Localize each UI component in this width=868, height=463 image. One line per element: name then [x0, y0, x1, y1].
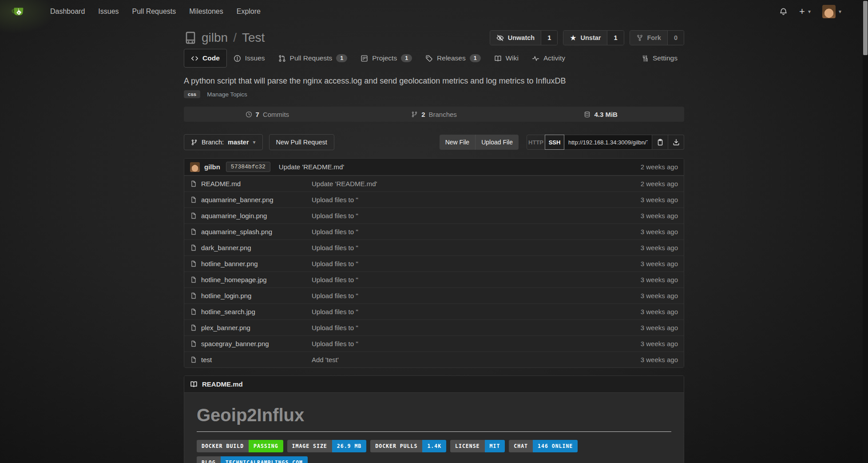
file-link[interactable]: hotline_banner.png — [201, 260, 258, 267]
tab-activity[interactable]: Activity — [525, 49, 572, 67]
latest-commit-row: gilbn 57384bfc32 Update 'README.md' 2 we… — [184, 159, 684, 176]
commit-hash-link[interactable]: 57384bfc32 — [226, 162, 270, 172]
file-commit-message-link[interactable]: Upload files to '' — [312, 276, 602, 283]
unwatch-button[interactable]: Unwatch — [490, 31, 541, 45]
file-link[interactable]: README.md — [201, 180, 241, 188]
file-age: 3 weeks ago — [602, 324, 678, 331]
file-icon — [190, 228, 197, 235]
table-row: hotline_homepage.jpg Upload files to '' … — [184, 271, 684, 287]
tab-code[interactable]: Code — [184, 49, 227, 68]
scrollbar-track[interactable] — [863, 0, 868, 463]
ssh-protocol-button[interactable]: SSH — [545, 135, 564, 150]
clipboard-icon — [657, 139, 664, 146]
tab-settings[interactable]: Settings — [634, 49, 684, 67]
file-commit-message-link[interactable]: Upload files to '' — [312, 324, 602, 331]
file-link[interactable]: plex_banner.png — [201, 324, 250, 331]
file-link[interactable]: aquamarine_login.png — [201, 212, 267, 220]
badge-value: 146 ONLINE — [533, 440, 578, 452]
fork-button[interactable]: Fork — [630, 31, 667, 45]
file-commit-message-link[interactable]: Upload files to '' — [312, 244, 602, 251]
tab-pull-requests[interactable]: Pull Requests 1 — [272, 49, 354, 67]
file-commit-message-link[interactable]: Upload files to '' — [312, 292, 602, 299]
badge-label: LICENSE — [450, 440, 484, 452]
readme-badge[interactable]: LICENSE MIT — [450, 440, 505, 452]
commits-stat[interactable]: 7Commits — [184, 107, 351, 122]
avatar[interactable] — [190, 162, 200, 172]
file-name-cell: hotline_login.png — [190, 292, 312, 299]
file-link[interactable]: test — [201, 356, 212, 363]
nav-pull-requests[interactable]: Pull Requests — [126, 0, 183, 23]
file-link[interactable]: hotline_homepage.jpg — [201, 276, 267, 283]
file-commit-message-link[interactable]: Update 'README.md' — [312, 180, 602, 188]
git-branch-icon — [191, 139, 198, 146]
readme-filename: README.md — [202, 380, 243, 388]
file-name-cell: aquamarine_splash.png — [190, 228, 312, 235]
badge-label: CHAT — [509, 440, 533, 452]
fork-count[interactable]: 0 — [667, 31, 684, 45]
file-commit-message-link[interactable]: Upload files to '' — [312, 212, 602, 220]
notifications-bell-icon[interactable] — [779, 8, 788, 16]
readme-badge[interactable]: DOCKER BUILD PASSING — [197, 440, 283, 452]
tab-wiki[interactable]: Wiki — [488, 49, 525, 67]
table-row: hotline_banner.png Upload files to '' 3 … — [184, 255, 684, 271]
new-file-button[interactable]: New File — [440, 135, 475, 150]
tab-projects[interactable]: Projects 1 — [354, 49, 419, 67]
file-icon — [190, 324, 197, 331]
file-name-cell: aquamarine_banner.png — [190, 196, 312, 204]
file-age: 3 weeks ago — [602, 292, 678, 299]
user-menu[interactable]: ▾ — [822, 5, 841, 18]
commit-message-link[interactable]: Update 'README.md' — [279, 163, 344, 171]
readme-badge[interactable]: DOCKER PULLS 1.4K — [370, 440, 446, 452]
file-commit-message-link[interactable]: Upload files to '' — [312, 308, 602, 315]
file-link[interactable]: hotline_search.jpg — [201, 308, 255, 315]
clone-url-input[interactable] — [564, 135, 652, 150]
file-link[interactable]: aquamarine_banner.png — [201, 196, 273, 204]
scrollbar-thumb[interactable] — [863, 1, 868, 55]
file-commit-message-link[interactable]: Upload files to '' — [312, 340, 602, 347]
repo-description: A python script that will parse the ngin… — [184, 76, 684, 86]
file-age: 3 weeks ago — [602, 308, 678, 315]
copy-clipboard-button[interactable] — [652, 135, 668, 150]
tab-issues[interactable]: Issues — [227, 49, 272, 67]
branches-stat[interactable]: 2Branches — [351, 107, 518, 122]
file-name-cell: aquamarine_login.png — [190, 212, 312, 220]
file-commit-message-link[interactable]: Upload files to '' — [312, 196, 602, 204]
download-button[interactable] — [668, 135, 684, 150]
new-pull-request-button[interactable]: New Pull Request — [269, 134, 334, 150]
topic-badge[interactable]: css — [184, 90, 200, 98]
repo-owner-link[interactable]: gilbn — [202, 31, 228, 45]
nav-issues[interactable]: Issues — [91, 0, 125, 23]
file-name-cell: spacegray_banner.png — [190, 340, 312, 347]
tab-releases[interactable]: Releases 1 — [419, 49, 488, 67]
nav-explore[interactable]: Explore — [230, 0, 267, 23]
size-stat[interactable]: 4.3 MiB — [517, 107, 684, 122]
activity-pulse-icon — [532, 55, 539, 62]
file-commit-message-link[interactable]: Upload files to '' — [312, 228, 602, 235]
unstar-button[interactable]: ★ Unstar — [563, 31, 607, 45]
repo-name-link[interactable]: Test — [242, 31, 265, 45]
nav-dashboard[interactable]: Dashboard — [44, 0, 91, 23]
file-link[interactable]: aquamarine_splash.png — [201, 228, 272, 235]
file-commit-message-link[interactable]: Upload files to '' — [312, 260, 602, 267]
upload-file-button[interactable]: Upload File — [475, 135, 519, 150]
table-row: aquamarine_banner.png Upload files to ''… — [184, 192, 684, 208]
watch-count[interactable]: 1 — [541, 31, 557, 45]
readme-badge[interactable]: BLOG TECHNICALRAMBLINGS.COM — [197, 456, 308, 463]
gitea-logo-icon[interactable] — [11, 4, 26, 19]
file-commit-message-link[interactable]: Add 'test' — [312, 356, 602, 363]
commit-author-link[interactable]: gilbn — [204, 163, 220, 171]
chevron-down-icon: ▾ — [808, 8, 811, 15]
file-link[interactable]: hotline_login.png — [201, 292, 251, 299]
file-rows: README.md Update 'README.md' 2 weeks ago… — [184, 176, 684, 367]
manage-topics-link[interactable]: Manage Topics — [207, 91, 247, 98]
plus-icon: + — [799, 7, 805, 16]
file-link[interactable]: spacegray_banner.png — [201, 340, 269, 347]
readme-badge[interactable]: IMAGE SIZE 26.9 MB — [287, 440, 367, 452]
readme-badge[interactable]: CHAT 146 ONLINE — [509, 440, 578, 452]
create-new-menu[interactable]: + ▾ — [799, 7, 811, 16]
nav-milestones[interactable]: Milestones — [182, 0, 230, 23]
file-link[interactable]: dark_banner.png — [201, 244, 251, 251]
branch-selector[interactable]: Branch:master ▾ — [184, 134, 263, 150]
star-count[interactable]: 1 — [607, 31, 623, 45]
http-protocol-button[interactable]: HTTP — [527, 135, 545, 150]
